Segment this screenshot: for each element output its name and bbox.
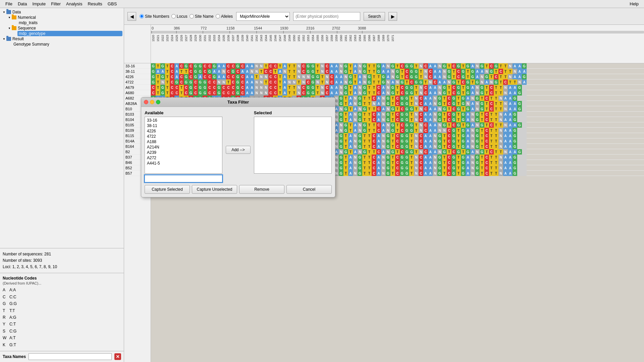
sequence-cell: A xyxy=(212,69,217,74)
remove-button[interactable]: Remove xyxy=(239,185,284,194)
sequence-cell: T xyxy=(484,63,489,69)
sequence-cell: T xyxy=(480,165,484,171)
nt-code-G: G xyxy=(3,300,9,307)
nav-right-arrow[interactable]: ▶ xyxy=(388,12,397,21)
sidebar-item-data[interactable]: ▼ Data xyxy=(1,9,122,15)
sequence-cell: C xyxy=(400,63,405,69)
sequence-cell: A xyxy=(353,128,358,133)
dialog-available-item[interactable]: A239 xyxy=(146,150,221,155)
sequence-cell: N xyxy=(414,155,419,160)
sidebar-item-genotype-summary[interactable]: Genotype Summary xyxy=(12,42,122,47)
sequence-cell: G xyxy=(414,69,419,74)
sequence-cell: N xyxy=(386,85,390,90)
radio-site-name[interactable]: Site Name xyxy=(190,14,214,19)
menu-help[interactable]: Help xyxy=(627,1,641,7)
sequence-cell: G xyxy=(513,155,517,160)
menu-filter[interactable]: Filter xyxy=(48,1,63,7)
sequence-cell: T xyxy=(348,63,353,69)
cancel-button[interactable]: Cancel xyxy=(286,185,332,194)
position-input[interactable] xyxy=(293,12,360,21)
menu-results[interactable]: Results xyxy=(85,1,105,7)
sidebar-item-mdp-traits[interactable]: mdp_traits xyxy=(17,20,122,25)
dialog-add-button[interactable]: Add --> xyxy=(226,146,251,154)
sequence-cell: T xyxy=(442,96,447,101)
sequence-cell: N xyxy=(315,79,320,85)
capture-unselected-button[interactable]: Capture Unselected xyxy=(192,185,237,194)
sidebar-item-sequence[interactable]: ▼ Sequence xyxy=(1,25,122,31)
sequence-cell: G xyxy=(461,112,466,117)
sequence-cell: G xyxy=(386,155,390,160)
dialog-maximize-button[interactable] xyxy=(156,100,160,104)
sequence-cell: G xyxy=(466,63,470,69)
dialog-available-item[interactable]: A214N xyxy=(146,144,221,150)
sequence-cell: N xyxy=(475,85,480,90)
sidebar-item-numerical[interactable]: ▼ Numerical xyxy=(1,15,122,20)
sequence-cell: G xyxy=(480,90,484,96)
dialog-available-item[interactable]: 38-11 xyxy=(146,123,221,128)
sequence-cell: A xyxy=(508,133,513,138)
sequence-cell: G xyxy=(451,155,456,160)
taxa-names-input[interactable] xyxy=(29,353,112,360)
sequence-cell: G xyxy=(395,74,400,79)
sidebar-item-result-label: Result xyxy=(12,37,24,41)
sequence-cell: G xyxy=(362,85,367,90)
menu-data[interactable]: Data xyxy=(15,1,30,7)
dialog-minimize-button[interactable] xyxy=(150,100,154,104)
dialog-selected-list[interactable] xyxy=(254,117,332,174)
taxa-filter-dialog[interactable]: Taxa Filter Available 33-1638-1142264722… xyxy=(141,97,335,197)
dialog-columns: Available 33-1638-1142264722A188A214NA23… xyxy=(145,110,332,182)
sidebar-item-mdp-genotype[interactable]: mdp_genotype xyxy=(17,31,122,36)
sequence-cell: N xyxy=(343,74,348,79)
sequence-cell: C xyxy=(419,133,423,138)
dialog-available-item[interactable]: A441-5 xyxy=(146,161,221,166)
dialog-available-item[interactable]: 4722 xyxy=(146,134,221,139)
dialog-middle-controls: Add --> xyxy=(226,110,251,182)
dialog-search-input[interactable] xyxy=(145,175,222,182)
sequence-cell: G xyxy=(235,74,240,79)
dialog-close-button[interactable] xyxy=(144,100,148,104)
dialog-available-list[interactable]: 33-1638-1142264722A188A214NA239A272A441-… xyxy=(145,117,222,174)
sequence-cell: G xyxy=(400,117,405,122)
radio-alleles[interactable]: Alleles xyxy=(216,14,233,19)
radio-locus[interactable]: Locus xyxy=(171,14,187,19)
taxa-clear-button[interactable]: ✕ xyxy=(114,353,121,360)
sequence-cell: T xyxy=(343,138,348,144)
sequence-cell: G xyxy=(362,90,367,96)
sequence-cell: T xyxy=(489,117,494,122)
sequence-cell: N xyxy=(433,112,437,117)
capture-selected-button[interactable]: Capture Selected xyxy=(145,185,190,194)
sequence-cell: T xyxy=(456,171,461,176)
menu-gbs[interactable]: GBS xyxy=(105,1,119,7)
sequence-cell: C xyxy=(301,63,306,69)
sequence-cell: T xyxy=(461,149,466,155)
sequence-cell: A xyxy=(428,122,433,128)
dialog-available-item[interactable]: A188 xyxy=(146,139,221,144)
site-number-col: 1521 xyxy=(156,35,160,63)
sequence-cell xyxy=(522,96,527,101)
sequence-cell: C xyxy=(419,138,423,144)
sequence-cell: G xyxy=(348,74,353,79)
sidebar-item-result[interactable]: ▼ Result xyxy=(1,36,122,42)
sequence-cell: G xyxy=(409,69,414,74)
dialog-available-item[interactable]: A272 xyxy=(146,155,221,161)
sequence-cell: G xyxy=(451,128,456,133)
dialog-available-item[interactable]: 33-16 xyxy=(146,118,221,123)
sequence-cell: G xyxy=(466,85,470,90)
sequence-cell: G xyxy=(151,74,156,79)
sequence-cell: G xyxy=(386,138,390,144)
sequence-cell: G xyxy=(311,63,315,69)
menu-analysis[interactable]: Analysis xyxy=(63,1,85,7)
sequence-cell: A xyxy=(217,63,221,69)
sequence-cell: T xyxy=(165,85,170,90)
menu-file[interactable]: File xyxy=(3,1,15,7)
search-button[interactable]: Search xyxy=(364,12,385,21)
nav-left-arrow[interactable]: ◀ xyxy=(127,12,136,21)
dialog-available-item[interactable]: 4226 xyxy=(146,128,221,134)
menu-impute[interactable]: Impute xyxy=(30,1,48,7)
sequence-cell: N xyxy=(381,112,386,117)
sequence-cell: T xyxy=(390,171,395,176)
sequence-cell: N xyxy=(353,144,358,149)
sequence-cell: A xyxy=(508,144,513,149)
radio-site-numbers[interactable]: Site Numbers xyxy=(140,14,169,19)
allele-dropdown[interactable]: MajorMinorAllele xyxy=(236,12,290,21)
